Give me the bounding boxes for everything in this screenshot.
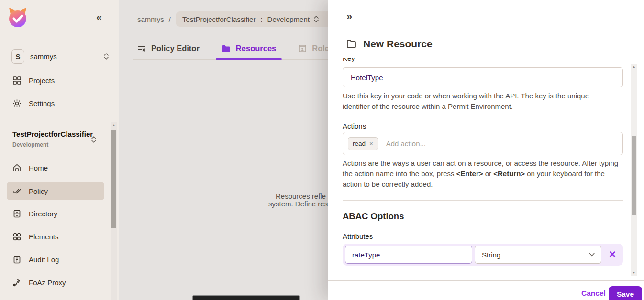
sidebar-collapse-button[interactable]: « [96, 11, 101, 24]
breadcrumb-project: TestProjectforClassifier [182, 15, 255, 23]
project-name[interactable]: TestProjectforClassifier [12, 130, 93, 138]
attribute-row: rateType String ✕ [343, 244, 623, 266]
sidebar-item-projects[interactable]: Projects [7, 71, 104, 89]
chevron-updown-icon [103, 53, 109, 60]
sidebar-item-foaz-proxy[interactable]: FoAz Proxy [7, 273, 104, 291]
sidebar-item-label: Directory [29, 210, 57, 218]
workspace-selector[interactable]: S sammys [11, 49, 109, 64]
cancel-button[interactable]: Cancel [581, 289, 606, 298]
attributes-label: Attributes [343, 232, 373, 240]
sidebar-item-home[interactable]: Home [7, 159, 104, 177]
sidebar-item-audit-log[interactable]: Audit Log [7, 250, 104, 268]
double-check-icon [12, 187, 22, 196]
scrollbar-thumb[interactable] [632, 136, 636, 215]
actions-input[interactable]: read × Add action... [343, 132, 623, 155]
breadcrumb-workspace[interactable]: sammys [137, 15, 164, 23]
elements-icon [12, 232, 22, 241]
scroll-down-icon[interactable]: ▼ [631, 271, 637, 274]
chevron-updown-icon [313, 15, 319, 23]
scroll-up-icon[interactable]: ▲ [631, 65, 637, 68]
empty-state-text-line1: Resources refle [276, 192, 326, 200]
abac-options-heading: ABAC Options [343, 211, 404, 222]
chevron-down-icon [588, 252, 595, 257]
route-icon [12, 278, 22, 287]
id-card-icon [298, 44, 307, 53]
document-icon [12, 255, 22, 264]
sidebar-item-directory[interactable]: Directory [7, 204, 104, 223]
workspace-name: sammys [30, 53, 103, 61]
scrollbar-thumb[interactable] [111, 130, 116, 228]
chevron-updown-icon[interactable] [91, 136, 97, 143]
sidebar-item-elements[interactable]: Elements [7, 227, 104, 246]
drawer-title: New Resource [363, 38, 433, 50]
permit-logo-icon [7, 6, 28, 30]
gear-icon [12, 99, 22, 108]
action-chip: read × [348, 137, 378, 150]
attribute-type-value: String [482, 251, 500, 259]
sidebar-scrollbar[interactable]: ▲ [111, 122, 117, 300]
app-window: « S sammys Projects Settings TestProject… [0, 0, 644, 300]
breadcrumb-separator: / [169, 15, 171, 23]
workspace-avatar: S [11, 49, 24, 64]
tab-label: Policy Editor [151, 44, 200, 53]
project-environment-selector[interactable]: TestProjectforClassifier : Development [176, 11, 347, 27]
attribute-name-input[interactable]: rateType [345, 246, 472, 264]
breadcrumb-colon: : [260, 15, 262, 23]
sidebar-item-label: Policy [29, 187, 48, 195]
drawer-scroll-area: Key HotelType Use this key in your code … [328, 58, 644, 280]
key-field-label: Key [343, 58, 355, 62]
new-resource-drawer: » New Resource Key HotelType Use this ke… [328, 0, 644, 300]
drawer-scrollbar[interactable]: ▲ ▼ [631, 64, 637, 276]
save-button[interactable]: Save [609, 286, 642, 300]
sidebar-item-label: FoAz Proxy [29, 279, 66, 287]
sidebar-item-label: Projects [29, 76, 55, 85]
attribute-name-value: rateType [352, 251, 380, 259]
sidebar: « S sammys Projects Settings TestProject… [0, 0, 119, 300]
environment-name: Development [12, 141, 48, 148]
abac-section-divider [343, 200, 623, 201]
sidebar-item-settings[interactable]: Settings [7, 94, 104, 112]
key-input[interactable]: HotelType [343, 67, 623, 87]
actions-field-label: Actions [343, 122, 366, 130]
drawer-collapse-button[interactable]: » [346, 11, 351, 23]
attribute-remove-button[interactable]: ✕ [609, 249, 616, 260]
key-help-text: Use this key in your code or when workin… [343, 91, 603, 112]
tab-bar: Policy Editor Resources Roles [137, 37, 355, 60]
empty-state-text-line2: system. Define res [268, 200, 328, 208]
tab-label: Resources [236, 44, 276, 53]
drawer-footer-divider [328, 280, 644, 281]
filter-x-icon [137, 44, 146, 53]
folder-icon [222, 45, 231, 53]
grid-icon [12, 76, 22, 85]
sidebar-item-label: Elements [29, 233, 59, 241]
key-input-value: HotelType [351, 74, 383, 82]
actions-help-text: Actions are the ways a user can act on a… [343, 158, 623, 190]
scroll-up-icon[interactable]: ▲ [111, 123, 117, 127]
sidebar-divider [0, 118, 119, 118]
action-chip-label: read [353, 140, 366, 147]
sidebar-item-policy[interactable]: Policy [7, 182, 104, 200]
home-icon [12, 163, 22, 172]
chip-remove-icon[interactable]: × [369, 140, 373, 147]
sidebar-item-label: Settings [29, 99, 55, 107]
tab-resources[interactable]: Resources [222, 37, 276, 60]
toast-peek [192, 295, 300, 300]
folder-outline-icon [346, 40, 356, 48]
attribute-type-select[interactable]: String [475, 246, 601, 264]
tab-policy-editor[interactable]: Policy Editor [137, 37, 200, 60]
breadcrumb: sammys / TestProjectforClassifier : Deve… [137, 11, 347, 27]
cabinet-icon [12, 209, 22, 218]
breadcrumb-environment: Development [267, 15, 310, 23]
actions-placeholder: Add action... [386, 139, 426, 148]
sidebar-item-label: Home [29, 164, 48, 172]
sidebar-item-label: Audit Log [29, 256, 59, 264]
